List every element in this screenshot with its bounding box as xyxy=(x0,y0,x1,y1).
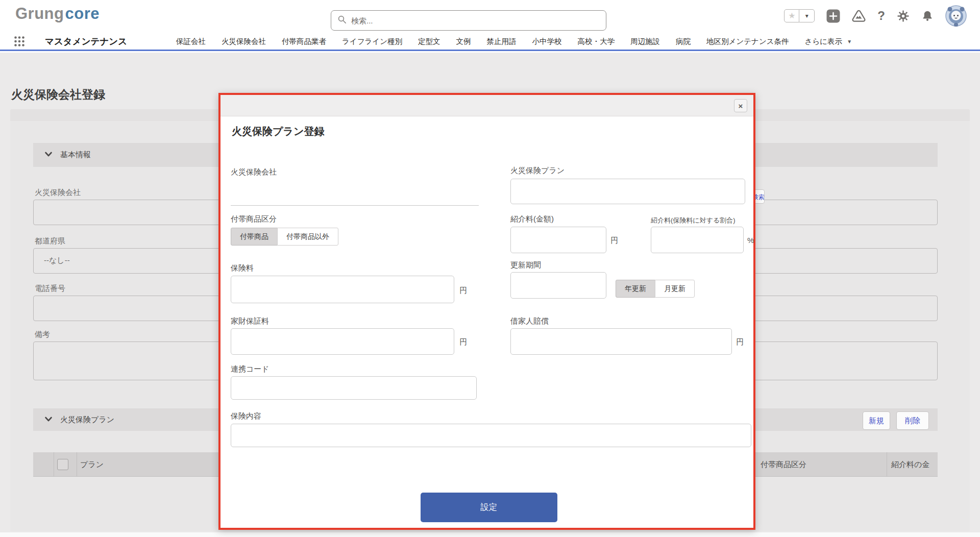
modal-product-type-label: 付帯商品区分 xyxy=(231,214,277,224)
app-launcher-icon[interactable] xyxy=(14,36,25,49)
modal-company-field xyxy=(231,205,479,206)
modal-submit-button[interactable]: 設定 xyxy=(421,493,557,522)
modal-content-label: 保険内容 xyxy=(231,411,261,421)
bg-prefecture-label: 都道府県 xyxy=(35,236,65,246)
nav-tab-lifeline-shubetsu[interactable]: ライフライン種別 xyxy=(342,37,402,46)
nav-tab-kinshi-yogo[interactable]: 禁止用語 xyxy=(487,37,517,46)
nav-tab-shochugakko[interactable]: 小中学校 xyxy=(532,37,562,46)
nav-tab-hosho-gaisha[interactable]: 保証会社 xyxy=(176,37,206,46)
new-plan-button[interactable]: 新規 xyxy=(863,411,890,430)
select-all-checkbox[interactable] xyxy=(57,459,68,470)
search-input[interactable] xyxy=(351,16,600,25)
help-icon[interactable]: ? xyxy=(877,9,885,23)
nav-tab-bunrei[interactable]: 文例 xyxy=(456,37,471,46)
header-actions: ★ ▾ ? xyxy=(784,0,967,32)
close-icon: × xyxy=(739,102,743,110)
modal-renewal-toggle: 年更新 月更新 xyxy=(616,280,695,298)
modal-header-strip xyxy=(220,95,753,116)
nav-tab-byoin[interactable]: 病院 xyxy=(676,37,691,46)
nav-more-menu[interactable]: さらに表示 ▼ xyxy=(805,37,852,46)
notifications-bell-icon[interactable] xyxy=(921,10,934,22)
column-header-product-type: 付帯商品区分 xyxy=(761,452,806,477)
modal-referral-amount-input[interactable] xyxy=(510,227,606,253)
modal-household-label: 家財保証料 xyxy=(231,316,269,326)
section-title-basic-info: 基本情報 xyxy=(60,150,91,160)
modal-plan-input[interactable] xyxy=(510,179,745,204)
modal-product-type-toggle: 付帯商品 付帯商品以外 xyxy=(231,228,338,246)
user-avatar[interactable] xyxy=(945,5,967,27)
modal-referral-rate-input[interactable] xyxy=(651,227,744,253)
screen: Grungcore ★ ▾ ? xyxy=(0,0,980,537)
bg-note-label: 備考 xyxy=(35,330,50,339)
logo-part-2: core xyxy=(65,5,100,22)
modal-household-suffix: 円 xyxy=(459,337,467,347)
product-type-option-futai[interactable]: 付帯商品 xyxy=(231,228,278,246)
modal-close-button[interactable]: × xyxy=(734,99,747,112)
navigation-bar: マスタメンテナンス 保証会社 火災保険会社 付帯商品業者 ライフライン種別 定型… xyxy=(0,32,980,51)
chevron-down-icon xyxy=(44,150,53,160)
modal-company-label: 火災保険会社 xyxy=(231,167,277,177)
modal-tenant-input[interactable] xyxy=(510,328,732,355)
renewal-option-yearly[interactable]: 年更新 xyxy=(616,280,655,298)
page-footer-strip xyxy=(0,532,980,537)
modal-tenant-suffix: 円 xyxy=(736,337,744,347)
favorites-star-icon[interactable]: ★ xyxy=(784,9,799,22)
bg-phone-label: 電話番号 xyxy=(35,284,65,294)
product-type-option-futai-igai[interactable]: 付帯商品以外 xyxy=(277,228,338,246)
renewal-option-monthly[interactable]: 月更新 xyxy=(655,280,695,298)
section-title-fire-insurance-plan: 火災保険プラン xyxy=(60,415,114,425)
guidance-icon[interactable] xyxy=(852,9,866,23)
global-search[interactable] xyxy=(331,10,606,31)
global-add-icon[interactable] xyxy=(826,9,840,23)
modal-link-code-input[interactable] xyxy=(231,376,477,400)
delete-plan-button[interactable]: 削除 xyxy=(896,411,929,430)
modal-household-input[interactable] xyxy=(231,328,454,355)
page-title: 火災保険会社登録 xyxy=(11,87,105,103)
chevron-down-icon xyxy=(44,415,53,425)
modal-premium-input[interactable] xyxy=(231,276,454,303)
nav-tab-teikeibun[interactable]: 定型文 xyxy=(418,37,440,46)
search-icon xyxy=(337,15,347,26)
bg-company-label: 火災保険会社 xyxy=(35,188,81,198)
nav-tab-shuhen-shisetsu[interactable]: 周辺施設 xyxy=(630,37,660,46)
nav-tab-chikubetsu-maintenance-joken[interactable]: 地区別メンテナンス条件 xyxy=(706,37,789,46)
nav-tab-koko-daigaku[interactable]: 高校・大学 xyxy=(578,37,615,46)
column-header-plan: プラン xyxy=(80,452,104,477)
modal-premium-suffix: 円 xyxy=(459,286,467,296)
favorites-split-button[interactable]: ★ ▾ xyxy=(784,9,815,22)
nav-tabs: 保証会社 火災保険会社 付帯商品業者 ライフライン種別 定型文 文例 禁止用語 … xyxy=(176,32,852,51)
modal-renewal-input[interactable] xyxy=(510,272,606,299)
modal-referral-rate-label: 紹介料(保険料に対する割合) xyxy=(651,216,736,225)
modal-referral-amount-label: 紹介料(金額) xyxy=(510,214,554,224)
modal-premium-label: 保険料 xyxy=(231,263,254,273)
modal-referral-rate-suffix: % xyxy=(747,236,754,245)
modal-title: 火災保険プラン登録 xyxy=(232,125,324,138)
setup-gear-icon[interactable] xyxy=(897,10,910,22)
column-header-referral-amount: 紹介料の金 xyxy=(891,452,929,477)
chevron-down-icon: ▼ xyxy=(847,39,852,44)
nav-more-label: さらに表示 xyxy=(805,37,843,46)
app-logo: Grungcore xyxy=(15,5,100,23)
global-header: Grungcore ★ ▾ ? xyxy=(0,0,980,32)
nav-tab-kasai-hoken-gaisha[interactable]: 火災保険会社 xyxy=(222,37,266,46)
logo-part-1: Grung xyxy=(15,5,64,22)
favorites-caret-icon[interactable]: ▾ xyxy=(799,9,815,22)
modal-link-code-label: 連携コード xyxy=(231,364,270,374)
modal-tenant-label: 借家人賠償 xyxy=(510,316,549,326)
modal-plan-label: 火災保険プラン xyxy=(510,166,565,176)
modal-renewal-label: 更新期間 xyxy=(510,260,541,270)
fire-insurance-plan-modal: × 火災保険プラン登録 火災保険会社 火災保険プラン 付帯商品区分 付帯商品 付… xyxy=(218,93,755,530)
modal-content-input[interactable] xyxy=(231,424,751,447)
current-app-name: マスタメンテナンス xyxy=(45,32,127,51)
nav-tab-futai-shohin-gyosha[interactable]: 付帯商品業者 xyxy=(282,37,326,46)
modal-referral-amount-suffix: 円 xyxy=(610,236,618,246)
